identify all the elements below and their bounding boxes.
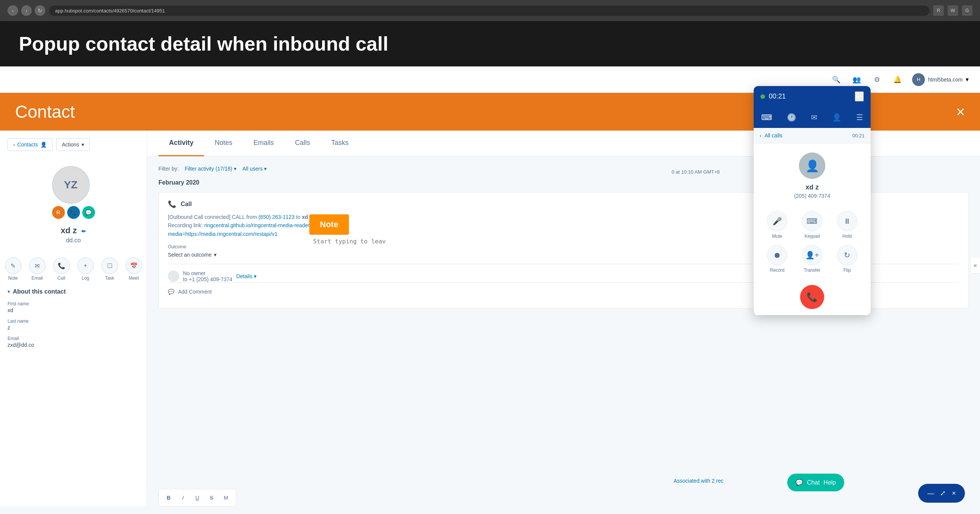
extension-rc-work[interactable]: W xyxy=(948,5,958,16)
phone-icon-button[interactable]: 📞 xyxy=(67,206,80,219)
details-link[interactable]: Details ▾ xyxy=(236,273,256,279)
quick-actions: ✎ Note ✉ Email 📞 Call + Log ☐ Task 📅 Mee xyxy=(8,257,139,281)
rc-collapsed-expand[interactable]: ⤢ xyxy=(940,489,946,497)
browser-forward[interactable]: › xyxy=(21,5,32,16)
quick-action-call[interactable]: 📞 Call xyxy=(53,257,70,281)
quick-action-meet[interactable]: 📅 Meet xyxy=(126,257,142,281)
tab-notes[interactable]: Notes xyxy=(204,131,243,156)
hubspot-icon-button[interactable]: R xyxy=(52,206,65,219)
tab-tasks[interactable]: Tasks xyxy=(321,131,359,156)
task-label: Task xyxy=(105,276,114,281)
contact-company: dd.co xyxy=(8,237,139,244)
underline-button[interactable]: U xyxy=(192,493,202,503)
actions-button[interactable]: Actions ▾ xyxy=(56,138,90,151)
help-label: Help xyxy=(824,479,836,486)
quick-action-email[interactable]: ✉ Email xyxy=(29,257,46,281)
contact-profile: YZ R 📞 💬 xd z ✏ dd.co xyxy=(8,158,139,251)
user-avatar[interactable]: H html5beta.com ▾ xyxy=(912,73,969,86)
recording-link2[interactable]: media=https://media.ringcentral.com/rest… xyxy=(168,231,278,237)
collapse-arrows-button[interactable]: « xyxy=(970,257,980,274)
contacts-back-button[interactable]: ‹ Contacts 👤 xyxy=(8,138,52,151)
rc-collapsed-minimize[interactable]: — xyxy=(927,490,934,497)
rc-phone-widget: 00:21 — ⌨ 🕐 ✉ 👤 ☰ ‹ All calls 00:21 👤 xd… xyxy=(754,86,870,315)
record-icon: ⏺ xyxy=(767,245,787,265)
rc-transfer-button[interactable]: 👤+ Transfer xyxy=(798,245,827,273)
avatar: YZ xyxy=(52,166,90,204)
browser-refresh[interactable]: ↻ xyxy=(35,5,45,16)
chat-icon-button[interactable]: 💬 xyxy=(82,206,95,219)
recording-link[interactable]: ringcentral.github.io/ringcentral-media-… xyxy=(204,222,314,228)
chat-help-button[interactable]: 💬 Chat Help xyxy=(787,474,844,492)
tab-calls[interactable]: Calls xyxy=(285,131,321,156)
avatar-action-icons: R 📞 💬 xyxy=(52,206,95,219)
rc-end-call-button[interactable]: 📞 xyxy=(800,285,824,309)
call-timer: 00:21 xyxy=(769,93,786,101)
strikethrough-button[interactable]: S xyxy=(206,493,217,503)
browser-address[interactable]: app.hubspot.com/contacts/4926570/contact… xyxy=(49,6,929,16)
rc-caller-name: xd z xyxy=(760,184,865,192)
users-filter-button[interactable]: All users ▾ xyxy=(243,166,267,172)
rc-record-button[interactable]: ⏺ Record xyxy=(763,245,792,273)
settings-icon[interactable]: ⚙ xyxy=(871,74,883,85)
tab-activity[interactable]: Activity xyxy=(158,131,204,156)
domain-chevron: ▾ xyxy=(966,76,969,83)
bold-button[interactable]: B xyxy=(163,493,174,503)
email-label: Email xyxy=(8,336,139,341)
browser-controls: ‹ › ↻ xyxy=(8,5,45,16)
rc-flip-button[interactable]: ↻ Flip xyxy=(832,245,862,273)
flip-icon: ↻ xyxy=(837,245,858,265)
rc-keypad-button[interactable]: ⌨ Keypad xyxy=(798,211,827,239)
rc-header: 00:21 — xyxy=(754,86,870,107)
browser-back[interactable]: ‹ xyxy=(8,5,18,16)
rc-back-icon[interactable]: ‹ xyxy=(760,132,762,139)
note-icon: ✎ xyxy=(5,257,22,274)
popup-banner-text: Popup contact detail when inbound call xyxy=(19,32,388,55)
about-header[interactable]: ▾ About this contact xyxy=(8,288,139,295)
mute-label: Mute xyxy=(772,234,782,239)
tab-emails[interactable]: Emails xyxy=(243,131,285,156)
add-comment-label: Add Comment xyxy=(178,289,212,295)
rc-nav-messages[interactable]: ✉ xyxy=(809,110,820,124)
call-label: Call xyxy=(57,276,65,281)
rc-mute-button[interactable]: 🎤 Mute xyxy=(763,211,792,239)
transfer-label: Transfer xyxy=(804,268,821,273)
log-label: Log xyxy=(81,276,89,281)
note-textarea[interactable] xyxy=(309,234,679,294)
email-icon: ✉ xyxy=(29,257,46,274)
rc-nav-dialpad[interactable]: ⌨ xyxy=(759,110,775,124)
quick-action-task[interactable]: ☐ Task xyxy=(102,257,118,281)
popup-banner: Popup contact detail when inbound call xyxy=(0,21,980,66)
rc-hold-button[interactable]: ⏸ Hold xyxy=(832,211,862,239)
extension-rc-git[interactable]: G xyxy=(962,5,972,16)
search-icon[interactable]: 🔍 xyxy=(830,74,842,85)
first-name-value: xd xyxy=(8,307,139,313)
italic-button[interactable]: I xyxy=(178,493,188,503)
note-tooltip: Note xyxy=(309,214,349,235)
keypad-label: Keypad xyxy=(805,234,820,239)
rc-nav-contacts[interactable]: 👤 xyxy=(830,110,844,124)
rc-minimize-button[interactable]: — xyxy=(855,91,864,102)
caller-avatar-icon: 👤 xyxy=(805,159,819,172)
rc-nav-history[interactable]: 🕐 xyxy=(784,110,799,124)
activity-filter-button[interactable]: Filter activity (17/18) ▾ xyxy=(185,166,237,172)
phone1-link[interactable]: (650) 263-1123 xyxy=(258,214,294,220)
email-field: Email zxd@dd.co xyxy=(8,336,139,348)
more-formatting-button[interactable]: M xyxy=(221,493,231,503)
first-name-field: First name xd xyxy=(8,301,139,313)
chat-bubble-icon: 💬 xyxy=(795,479,803,486)
quick-action-log[interactable]: + Log xyxy=(77,257,94,281)
keypad-icon: ⌨ xyxy=(802,211,822,231)
rc-collapsed-close[interactable]: × xyxy=(952,490,956,497)
notifications-icon[interactable]: 🔔 xyxy=(892,74,903,85)
flip-label: Flip xyxy=(843,268,851,273)
rc-nav-menu[interactable]: ☰ xyxy=(854,110,865,124)
edit-name-icon[interactable]: ✏ xyxy=(81,228,86,235)
close-button[interactable]: × xyxy=(956,104,965,120)
extension-rc-app[interactable]: R xyxy=(933,5,944,16)
associated-label[interactable]: Associated with 2 rec xyxy=(674,478,724,484)
quick-action-note[interactable]: ✎ Note xyxy=(5,257,22,281)
rc-back-label[interactable]: All calls xyxy=(765,132,782,139)
note-label: Note xyxy=(8,276,18,281)
contacts-icon[interactable]: 👥 xyxy=(851,74,862,85)
filter-chevron: ▾ xyxy=(234,166,237,172)
